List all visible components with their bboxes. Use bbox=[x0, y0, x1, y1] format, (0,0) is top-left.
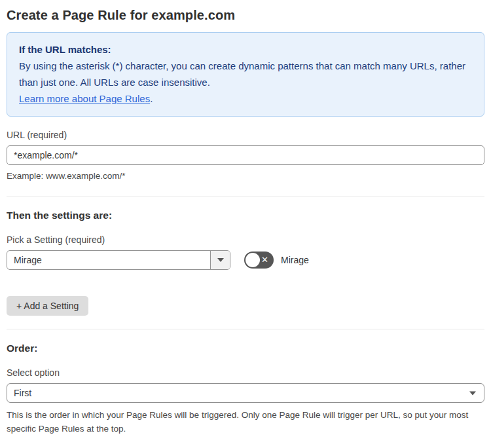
url-example-text: Example: www.example.com/* bbox=[7, 169, 484, 183]
setting-dropdown-value: Mirage bbox=[7, 251, 210, 269]
mirage-toggle-wrap: ✕ Mirage bbox=[244, 252, 309, 269]
order-help-text: This is the order in which your Page Rul… bbox=[7, 408, 484, 436]
settings-section-heading: Then the settings are: bbox=[7, 210, 484, 221]
setting-dropdown[interactable]: Mirage bbox=[7, 250, 230, 270]
setting-row: Mirage ✕ Mirage bbox=[7, 250, 484, 270]
link-period: . bbox=[150, 93, 153, 104]
toggle-off-x-icon: ✕ bbox=[261, 255, 268, 264]
page-title: Create a Page Rule for example.com bbox=[7, 8, 484, 23]
chevron-down-icon bbox=[469, 392, 476, 396]
chevron-down-icon bbox=[217, 258, 224, 262]
learn-more-link[interactable]: Learn more about Page Rules bbox=[19, 93, 150, 104]
divider bbox=[7, 196, 484, 196]
url-field-group: URL (required) Example: www.example.com/… bbox=[7, 130, 484, 183]
select-option-label: Select option bbox=[7, 367, 484, 378]
url-field-label: URL (required) bbox=[7, 130, 484, 140]
url-match-info-box: If the URL matches: By using the asteris… bbox=[7, 32, 484, 117]
mirage-toggle[interactable]: ✕ bbox=[244, 252, 274, 269]
add-setting-button[interactable]: + Add a Setting bbox=[7, 296, 88, 316]
toggle-label: Mirage bbox=[281, 255, 309, 265]
order-select[interactable]: First bbox=[7, 383, 484, 403]
setting-dropdown-arrow-button[interactable] bbox=[210, 251, 230, 269]
url-input[interactable] bbox=[7, 145, 484, 165]
toggle-knob bbox=[245, 253, 260, 267]
info-box-body: By using the asterisk (*) character, you… bbox=[19, 58, 472, 90]
order-section-heading: Order: bbox=[7, 343, 484, 354]
info-box-heading: If the URL matches: bbox=[19, 41, 472, 58]
divider bbox=[7, 329, 484, 329]
pick-setting-label: Pick a Setting (required) bbox=[7, 234, 484, 245]
order-select-value: First bbox=[14, 388, 31, 398]
